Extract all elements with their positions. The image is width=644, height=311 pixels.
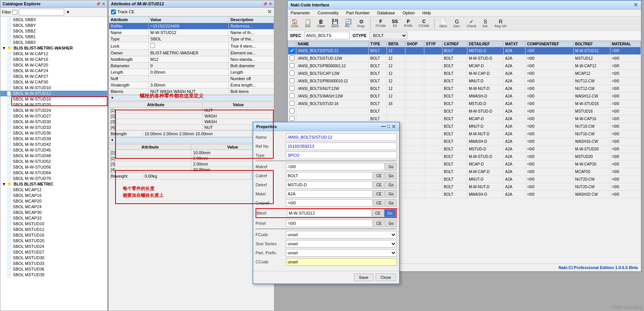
menu-option[interactable]: Option (401, 10, 416, 15)
tree-item-mstud39[interactable]: 📄 SBOL MSTUD39 (0, 272, 107, 278)
props-close-dialog-button[interactable]: Close (376, 274, 396, 281)
tree-item-mstud10[interactable]: 📄 SBOL MSTUD10 (0, 221, 107, 227)
props-matxt-input[interactable] (286, 190, 373, 198)
tree-item-mwstud16[interactable]: 📄 SBOL M-W-STUD16 (0, 96, 107, 102)
naki-row-checkbox[interactable] (290, 116, 294, 121)
naki-table-row[interactable]: BOLT BOLT M-W-STUD-D A2A =0/0 MSTUD16 =0… (288, 108, 641, 115)
tree-item-mwstud39[interactable]: 📄 SBOL M-W-STUD39 (0, 136, 107, 142)
props-maximize-button[interactable]: □ (387, 124, 390, 130)
tree-item-mwstud36[interactable]: 📄 SBOL M-W-STUD36 (0, 130, 107, 136)
props-ccode-input[interactable] (286, 258, 397, 266)
naki-row-checkbox[interactable] (290, 63, 294, 68)
toolbar-set[interactable]: S Set. (481, 18, 490, 29)
props-fcode-select[interactable]: unset (286, 231, 397, 238)
matref-go-button[interactable]: Go (385, 163, 397, 170)
naki-table-row[interactable]: /ANSI_BOLTS/PB0000010:12 BOLT 12 BOLT MN… (288, 77, 641, 85)
pin-attr-button[interactable]: 📌 (263, 2, 267, 6)
props-close-button[interactable]: ✕ (391, 124, 396, 130)
tree-item-mwstud52[interactable]: 📄 SBOL M-W-STUD52 (0, 159, 107, 164)
toolbar-check[interactable]: ✓ Check (465, 18, 478, 29)
attr-row-type[interactable]: Type SBOL Type of the... (109, 36, 274, 42)
naki-table-row[interactable]: /ANSI_BOLTS/WASH:12W BOLT 12 BOLT MWASH-… (288, 93, 641, 100)
naki-row-checkbox[interactable] (290, 56, 294, 60)
catref-ce-button[interactable]: CE (373, 172, 385, 179)
bitlength-sub-row-3[interactable]: [3]2.00mm (109, 161, 274, 167)
cmpref-ce-button[interactable]: CE (373, 199, 385, 207)
attr-row-owner[interactable]: Owner BLIST-METRIC-WASHER Element ow... (109, 50, 274, 56)
toolbar-prop[interactable]: ⚙ Prop. (356, 18, 368, 29)
tree-item-mwcap20[interactable]: 📄 SBOL M-W-CAP20 (0, 62, 107, 68)
bitlength-expand-icon[interactable]: ▼ (111, 138, 114, 142)
tree-item-mwstud24[interactable]: 📄 SBOL M-W-STUD24 (0, 108, 107, 113)
tree-item-mwstud45[interactable]: 📄 SBOL M-W-STUD45 (0, 147, 107, 153)
menu-partnumber[interactable]: Part Number (345, 10, 371, 15)
bitems-sub-row-4[interactable]: [4]NUT (109, 125, 274, 130)
tree-item-mcap30[interactable]: 📄 SBOL MCAP30 (0, 210, 107, 215)
bitems-sub-row-3[interactable]: [3]WASH (109, 119, 274, 125)
filter-dropdown-icon[interactable]: ▼ (66, 10, 70, 14)
tree-item-mstud12[interactable]: 📄 SBOL MSTUD12 (0, 227, 107, 232)
matxt-go-button[interactable]: Go (385, 190, 397, 198)
naki-row-checkbox[interactable] (290, 86, 294, 91)
toolbar-re[interactable]: 🔄 Re.. (343, 18, 353, 29)
tree-item-mstud30[interactable]: 📄 SBOL MSTUD30 (0, 255, 107, 261)
tree-item-sbbz[interactable]: 📄 SBOL SBBZ (0, 28, 107, 34)
naki-row-checkbox[interactable] (290, 48, 294, 53)
naki-table-row[interactable]: /ANSI_BOLTS/STUD:12W BOLT 12 BOLT M-W-ST… (288, 55, 641, 62)
tree-item-mwstud20[interactable]: 📄 SBOL M-W-STUD20 (0, 102, 107, 108)
toolbar-prefix[interactable]: P Prefix (402, 18, 414, 29)
props-matref-input[interactable] (286, 163, 385, 170)
tree-item-mcap16[interactable]: 📄 SBOL MCAP16 (0, 193, 107, 198)
bltref-go-button[interactable]: Go (384, 209, 396, 217)
menu-database[interactable]: Database (376, 10, 396, 15)
attr-row-length[interactable]: Length 0.00mm Length (109, 69, 274, 76)
catref-go-button[interactable]: Go (385, 172, 397, 179)
bltref-ce-button[interactable]: CE (372, 209, 384, 217)
detref-go-button[interactable]: Go (385, 181, 397, 189)
attr-row-lock[interactable]: Lock True if elem... (109, 42, 274, 50)
tree-item-mwcap16[interactable]: 📄 SBOL M-W-CAP16 (0, 57, 107, 62)
attr-row-xtralength[interactable]: Xtralength 3.00mm Extra length... (109, 82, 274, 88)
naki-row-checkbox[interactable] (290, 78, 294, 83)
naki-row-checkbox[interactable] (290, 71, 294, 76)
naki-close-button[interactable]: ✕ (633, 2, 638, 8)
attr-row-bitweight[interactable]: Bitweight 0.00kg Stu... (109, 173, 274, 179)
toolbar-goto[interactable]: 🏠 Goto (289, 18, 300, 29)
naki-table-row[interactable]: /ANSI_BOLTS/NUT:12W BOLT 12 BOLT M-W-NUT… (288, 85, 641, 93)
props-detref-input[interactable] (286, 181, 373, 189)
attr-row-noff[interactable]: Noff Number off (109, 76, 274, 82)
props-prtref-input[interactable] (286, 220, 373, 227)
bitems-sub-row-2[interactable]: [2]WASH (109, 113, 274, 119)
tree-item-mwcap24[interactable]: 📄 SBOL M-W-CAP24 (0, 68, 107, 74)
gtype-select[interactable]: BOLT (370, 32, 407, 39)
tree-item-mwstud70[interactable]: 📄 SBOL M-W-STUD70 (0, 176, 107, 181)
toolbar-get[interactable]: 📋 Get (303, 18, 313, 29)
tree-group-blist-metric-washer[interactable]: ▼ 📁 BLIS BLIST-METRIC-WASHER (0, 45, 107, 51)
filter-input[interactable] (19, 9, 64, 15)
tree-item-mstud24[interactable]: 📄 SBOL MSTUD24 (0, 244, 107, 249)
attr-row-refno[interactable]: RefNo =15192/224409 Reference... (109, 23, 274, 29)
props-refno-input[interactable] (286, 142, 397, 150)
naki-row-checkbox[interactable] (290, 93, 294, 98)
props-size-series-select[interactable]: unset (286, 240, 397, 248)
naki-table-row[interactable]: /ANSI_BOLTS/PB000001:12 BOLT 12 BOLT MCA… (288, 62, 641, 70)
tree-item-sbby[interactable]: 📄 SBOL SBBY (0, 23, 107, 28)
bitems-sub-row-1[interactable]: [1]NUT (109, 108, 274, 113)
toolbar-ss[interactable]: SS SS (390, 18, 400, 29)
toolbar-gen[interactable]: G Gen. (451, 18, 463, 29)
tree-item-mwcap30[interactable]: 📄 SBOL M-W-CAP30 (0, 79, 107, 85)
toolbar-reggp[interactable]: R Reg GP. (493, 18, 509, 29)
props-minimize-button[interactable]: — (381, 124, 386, 130)
track-ce-checkbox[interactable] (111, 9, 116, 14)
tree-item-mstud16[interactable]: 📄 SBOL MSTUD16 (0, 232, 107, 238)
tree-item-mstud33[interactable]: 📄 SBOL MSTUD33 (0, 261, 107, 266)
tree-item-mwstud42[interactable]: 📄 SBOL M-W-STUD42 (0, 142, 107, 147)
attr-row-name[interactable]: Name M-W-STUD12 Name of th... (109, 29, 274, 36)
close-catalogue-button[interactable]: ✕ (102, 2, 105, 6)
detref-ce-button[interactable]: CE (373, 181, 385, 189)
matxt-ce-button[interactable]: CE (373, 190, 385, 198)
close-attr-button[interactable]: ✕ (269, 2, 272, 6)
props-name-input[interactable] (286, 133, 397, 141)
tree-item-mwcap12[interactable]: 📄 SBOL M-W-CAP12 (0, 51, 107, 57)
tree-item-mwstud56[interactable]: 📄 SBOL M-W-STUD56 (0, 164, 107, 170)
